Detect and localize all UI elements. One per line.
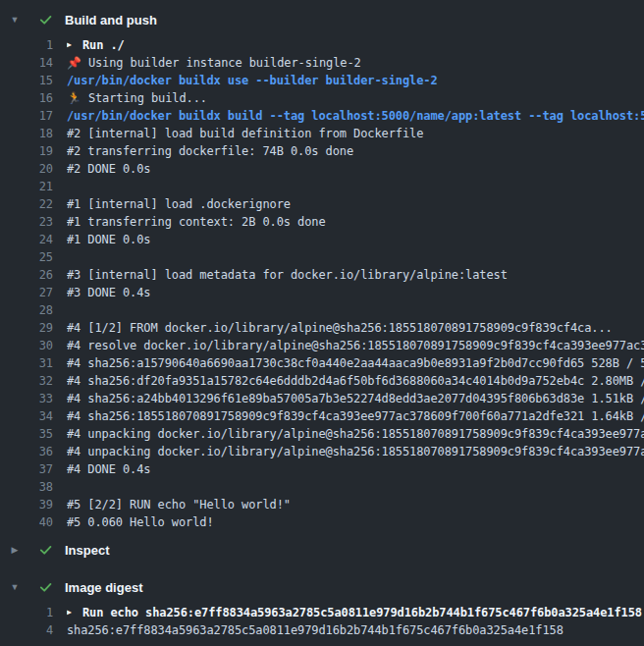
log-line-text: #1 DONE 0.0s xyxy=(67,231,151,248)
line-number[interactable]: 36 xyxy=(0,443,53,460)
expand-arrow-icon[interactable]: ▶ xyxy=(67,36,76,54)
log-line-text: #4 [1/2] FROM docker.io/library/alpine@s… xyxy=(67,319,613,337)
log-line-text: #4 sha256:df20fa9351a15782c64e6dddb2d4a6… xyxy=(67,372,644,390)
line-number[interactable]: 23 xyxy=(0,213,53,231)
log-line: 27 #3 DONE 0.4s xyxy=(0,284,644,301)
line-number[interactable]: 18 xyxy=(0,125,53,142)
log-line: 25 xyxy=(0,248,644,266)
line-number[interactable]: 35 xyxy=(0,425,53,443)
line-number[interactable]: 33 xyxy=(0,390,53,407)
log-line: 23 #1 transferring context: 2B 0.0s done xyxy=(0,213,644,231)
log-line: 37 #4 DONE 0.4s xyxy=(0,460,644,478)
line-number[interactable]: 32 xyxy=(0,372,53,390)
log-line-text: sha256:e7ff8834a5963a2785c5a0811e979d16b… xyxy=(67,621,564,639)
line-number[interactable]: 27 xyxy=(0,284,53,301)
line-number[interactable]: 40 xyxy=(0,513,53,531)
pushpin-icon: 📌 xyxy=(67,54,81,72)
section-title: Inspect xyxy=(65,543,110,558)
section-header-image-digest[interactable]: ▼ Image digest xyxy=(0,575,644,599)
log-line: 38 xyxy=(0,478,644,496)
line-number[interactable]: 26 xyxy=(0,266,53,284)
log-line: 24 #1 DONE 0.0s xyxy=(0,231,644,248)
log-line-text: /usr/bin/docker buildx use --builder bui… xyxy=(67,72,438,89)
log-line: 15 /usr/bin/docker buildx use --builder … xyxy=(0,72,644,89)
line-number[interactable]: 30 xyxy=(0,337,53,354)
actions-log-viewer: ▼ Build and push 1 ▶ Run ./ 14 📌 Using b… xyxy=(0,0,644,646)
log-line-text: #5 0.060 Hello world! xyxy=(67,513,214,531)
log-line: 32 #4 sha256:df20fa9351a15782c64e6dddb2d… xyxy=(0,372,644,390)
line-number[interactable]: 17 xyxy=(0,107,53,125)
line-number[interactable]: 20 xyxy=(0,160,53,178)
log-line: 1 ▶ Run ./ xyxy=(0,36,644,54)
line-number[interactable]: 39 xyxy=(0,496,53,513)
line-number[interactable]: 1 xyxy=(0,36,53,54)
check-icon xyxy=(37,542,53,558)
log-line: 19 #2 transferring dockerfile: 74B 0.0s … xyxy=(0,142,644,160)
log-line: 40 #5 0.060 Hello world! xyxy=(0,513,644,531)
line-number[interactable]: 28 xyxy=(0,301,53,319)
log-line: 4 sha256:e7ff8834a5963a2785c5a0811e979d1… xyxy=(0,621,644,639)
log-line: 18 #2 [internal] load build definition f… xyxy=(0,125,644,142)
log-line-text: #4 resolve docker.io/library/alpine@sha2… xyxy=(67,337,644,354)
section-title: Build and push xyxy=(65,13,157,27)
line-number[interactable]: 22 xyxy=(0,195,53,213)
line-number[interactable]: 21 xyxy=(0,178,53,195)
log-line: 21 xyxy=(0,178,644,195)
chevron-down-icon[interactable]: ▼ xyxy=(9,575,21,599)
line-number[interactable]: 31 xyxy=(0,354,53,372)
section-header-build-and-push[interactable]: ▼ Build and push xyxy=(0,8,644,31)
log-line-text: Starting build... xyxy=(88,89,207,107)
line-number[interactable]: 15 xyxy=(0,72,53,89)
line-number[interactable]: 1 xyxy=(0,604,53,621)
line-number[interactable]: 16 xyxy=(0,89,53,107)
check-icon xyxy=(37,579,53,595)
log-line-text: #4 sha256:185518070891758909c9f839cf4ca3… xyxy=(67,407,644,425)
log-line: 34 #4 sha256:185518070891758909c9f839cf4… xyxy=(0,407,644,425)
log-line: 35 #4 unpacking docker.io/library/alpine… xyxy=(0,425,644,443)
log-line: 22 #1 [internal] load .dockerignore xyxy=(0,195,644,213)
chevron-down-icon[interactable]: ▼ xyxy=(9,8,21,31)
log-line-text: #4 unpacking docker.io/library/alpine@sh… xyxy=(67,443,644,460)
log-line: 16 🏃 Starting build... xyxy=(0,89,644,107)
line-number[interactable]: 29 xyxy=(0,319,53,337)
log-line: 29 #4 [1/2] FROM docker.io/library/alpin… xyxy=(0,319,644,337)
log-line: 20 #2 DONE 0.0s xyxy=(0,160,644,178)
log-line-text: #1 [internal] load .dockerignore xyxy=(67,195,291,213)
line-number[interactable]: 34 xyxy=(0,407,53,425)
log-line: 39 #5 [2/2] RUN echo "Hello world!" xyxy=(0,496,644,513)
section-header-inspect[interactable]: ▶ Inspect xyxy=(0,538,644,562)
log-line-text: #2 DONE 0.0s xyxy=(67,160,151,178)
check-icon xyxy=(37,12,53,27)
log-line: 14 📌 Using builder instance builder-sing… xyxy=(0,54,644,72)
line-number[interactable]: 38 xyxy=(0,478,53,496)
log-line: 33 #4 sha256:a24bb4013296f61e89ba57005a7… xyxy=(0,390,644,407)
log-line-text: #4 sha256:a15790640a6690aa1730c38cf0a440… xyxy=(67,354,644,372)
log-line-text: #3 [internal] load metadata for docker.i… xyxy=(67,266,508,284)
line-number[interactable]: 14 xyxy=(0,54,53,72)
log-line-text: #3 DONE 0.4s xyxy=(67,284,151,301)
line-number[interactable]: 4 xyxy=(0,621,53,639)
line-number[interactable]: 24 xyxy=(0,231,53,248)
chevron-right-icon[interactable]: ▶ xyxy=(9,538,21,562)
log-line-text: #1 transferring context: 2B 0.0s done xyxy=(67,213,326,231)
log-line-text: #2 [internal] load build definition from… xyxy=(67,125,423,142)
log-section: ▼ Image digest 1 ▶ Run echo sha256:e7ff8… xyxy=(0,575,644,646)
section-title: Image digest xyxy=(65,580,142,595)
log-section: ▼ Build and push 1 ▶ Run ./ 14 📌 Using b… xyxy=(0,8,644,538)
line-number[interactable]: 25 xyxy=(0,248,53,266)
log-line: 1 ▶ Run echo sha256:e7ff8834a5963a2785c5… xyxy=(0,604,644,621)
log-line: 17 /usr/bin/docker buildx build --tag lo… xyxy=(0,107,644,125)
log-line: 36 #4 unpacking docker.io/library/alpine… xyxy=(0,443,644,460)
line-number[interactable]: 19 xyxy=(0,142,53,160)
expand-arrow-icon[interactable]: ▶ xyxy=(67,604,76,621)
line-number[interactable]: 37 xyxy=(0,460,53,478)
log-line-text: Run echo sha256:e7ff8834a5963a2785c5a081… xyxy=(82,604,642,621)
log-section: ▶ Inspect xyxy=(0,538,644,562)
runner-icon: 🏃 xyxy=(67,89,81,107)
log-line-text: Using builder instance builder-single-2 xyxy=(88,54,361,72)
log-line: 30 #4 resolve docker.io/library/alpine@s… xyxy=(0,337,644,354)
section-log-body: 1 ▶ Run ./ 14 📌 Using builder instance b… xyxy=(0,31,644,538)
log-line-text: #5 [2/2] RUN echo "Hello world!" xyxy=(67,496,291,513)
log-line: 31 #4 sha256:a15790640a6690aa1730c38cf0a… xyxy=(0,354,644,372)
log-line-text: #4 DONE 0.4s xyxy=(67,460,151,478)
